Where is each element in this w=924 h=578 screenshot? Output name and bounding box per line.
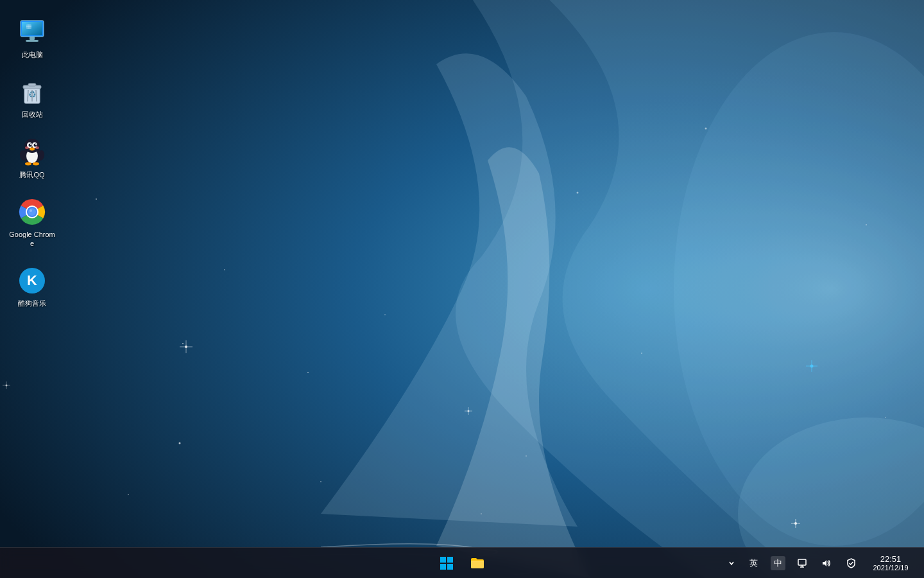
svg-point-21 [96,198,97,200]
svg-rect-39 [30,37,35,40]
chrome-label: Google Chrome [9,230,55,249]
svg-point-23 [307,372,309,373]
svg-point-27 [705,128,707,130]
kuwo-label: 酷狗音乐 [18,299,46,308]
volume-button[interactable] [816,550,837,576]
svg-point-61 [33,162,39,165]
show-hidden-icons-button[interactable] [724,550,739,576]
desktop-icon-chrome[interactable]: Google Chrome [6,193,58,252]
svg-point-14 [179,442,181,444]
taskbar: 英 中 [0,547,924,578]
svg-line-47 [36,90,37,101]
svg-rect-40 [26,40,38,42]
svg-point-50 [24,139,40,153]
desktop-icon-recycle-bin[interactable]: ♻ 回收站 [6,73,58,123]
svg-rect-35 [22,22,42,35]
svg-point-54 [34,143,37,146]
svg-point-5 [182,343,184,344]
clock-date: 2021/12/19 [873,564,908,572]
language-label: 英 [749,557,758,569]
security-button[interactable] [841,550,861,576]
svg-line-45 [28,90,28,101]
start-button[interactable] [432,549,461,577]
svg-point-55 [30,144,31,145]
svg-point-57 [30,147,35,150]
recycle-bin-label: 回收站 [22,110,43,119]
svg-rect-43 [28,83,36,86]
ime-button[interactable]: 中 [767,550,788,576]
qq-label: 腾讯QQ [19,170,44,179]
ime-label: 中 [771,556,785,570]
svg-point-30 [320,481,321,482]
svg-rect-74 [447,564,453,570]
my-computer-icon [17,17,47,48]
network-button[interactable] [792,550,812,576]
svg-point-68 [30,209,32,212]
svg-rect-71 [440,557,446,563]
svg-point-29 [885,417,886,418]
svg-point-60 [25,162,31,165]
taskbar-file-explorer-button[interactable] [463,549,492,577]
desktop-icons-container: 此电脑 ♻ 回收站 [0,6,64,559]
kuwo-icon: K [17,265,47,296]
svg-point-67 [28,208,36,216]
svg-rect-72 [447,557,453,563]
system-clock[interactable]: 22:51 2021/12/19 [865,548,916,579]
svg-point-22 [224,269,225,270]
taskbar-right: 英 中 [724,548,924,579]
qq-icon [17,137,47,168]
svg-text:K: K [27,272,37,288]
svg-point-59 [35,146,39,149]
svg-point-28 [866,224,867,225]
desktop: 此电脑 ♻ 回收站 [0,0,924,578]
my-computer-label: 此电脑 [22,50,43,59]
desktop-icon-qq[interactable]: 腾讯QQ [6,133,58,183]
desktop-icon-kuwo[interactable]: K 酷狗音乐 [6,261,58,311]
taskbar-center [432,549,492,577]
svg-point-58 [25,146,29,149]
svg-rect-73 [440,564,446,570]
svg-point-25 [577,192,579,194]
svg-point-26 [641,353,642,354]
recycle-bin-icon: ♻ [17,76,47,107]
svg-point-33 [526,455,527,457]
chrome-icon [17,197,47,227]
desktop-icon-my-computer[interactable]: 此电脑 [6,13,58,63]
svg-rect-75 [798,559,806,565]
svg-point-31 [481,513,482,514]
svg-point-32 [128,494,129,495]
svg-point-56 [35,144,37,145]
svg-point-53 [29,143,32,146]
clock-time: 22:51 [880,554,902,564]
svg-point-24 [384,314,386,315]
language-indicator[interactable]: 英 [743,550,764,576]
